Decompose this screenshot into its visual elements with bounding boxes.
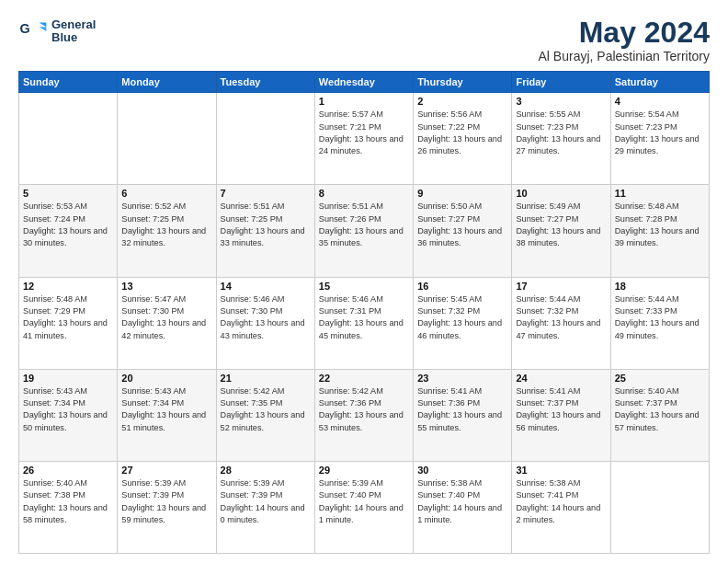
day-number: 23: [417, 373, 507, 384]
day-info: Sunrise: 5:45 AMSunset: 7:32 PMDaylight:…: [417, 293, 507, 342]
calendar-cell: 22 Sunrise: 5:42 AMSunset: 7:36 PMDaylig…: [314, 369, 413, 461]
calendar-week-3: 12 Sunrise: 5:48 AMSunset: 7:29 PMDaylig…: [19, 277, 710, 369]
calendar-cell: [610, 461, 709, 553]
day-info: Sunrise: 5:47 AMSunset: 7:30 PMDaylight:…: [121, 293, 211, 342]
day-header-monday: Monday: [118, 72, 216, 93]
day-info: Sunrise: 5:51 AMSunset: 7:25 PMDaylight:…: [221, 201, 311, 249]
day-number: 9: [417, 188, 507, 199]
day-number: 15: [319, 281, 409, 292]
calendar-cell: 13 Sunrise: 5:47 AMSunset: 7:30 PMDaylig…: [118, 277, 216, 369]
day-info: Sunrise: 5:42 AMSunset: 7:36 PMDaylight:…: [319, 385, 409, 434]
calendar-cell: [19, 93, 118, 185]
calendar-week-2: 5 Sunrise: 5:53 AMSunset: 7:24 PMDayligh…: [19, 185, 710, 277]
main-title: May 2024: [539, 17, 710, 49]
day-info: Sunrise: 5:41 AMSunset: 7:36 PMDaylight:…: [417, 385, 507, 434]
calendar-cell: 18 Sunrise: 5:44 AMSunset: 7:33 PMDaylig…: [610, 277, 709, 369]
calendar-cell: 20 Sunrise: 5:43 AMSunset: 7:34 PMDaylig…: [118, 369, 216, 461]
day-number: 6: [121, 188, 211, 199]
logo: G General Blue: [18, 17, 96, 46]
day-number: 7: [221, 188, 311, 199]
calendar-cell: 2 Sunrise: 5:56 AMSunset: 7:22 PMDayligh…: [414, 93, 512, 185]
day-number: 1: [319, 96, 409, 107]
day-number: 20: [121, 373, 211, 384]
day-info: Sunrise: 5:51 AMSunset: 7:26 PMDaylight:…: [319, 201, 409, 249]
calendar-cell: 17 Sunrise: 5:44 AMSunset: 7:32 PMDaylig…: [512, 277, 610, 369]
day-number: 11: [615, 188, 705, 199]
calendar-cell: 19 Sunrise: 5:43 AMSunset: 7:34 PMDaylig…: [19, 369, 118, 461]
day-info: Sunrise: 5:43 AMSunset: 7:34 PMDaylight:…: [121, 385, 211, 434]
calendar-cell: 9 Sunrise: 5:50 AMSunset: 7:27 PMDayligh…: [414, 185, 512, 277]
calendar-cell: 12 Sunrise: 5:48 AMSunset: 7:29 PMDaylig…: [19, 277, 118, 369]
day-info: Sunrise: 5:48 AMSunset: 7:29 PMDaylight:…: [23, 293, 113, 342]
day-header-friday: Friday: [512, 72, 610, 93]
day-number: 30: [417, 465, 507, 476]
day-number: 29: [319, 465, 409, 476]
day-number: 25: [615, 373, 705, 384]
logo-line2: Blue: [51, 31, 96, 44]
day-info: Sunrise: 5:38 AMSunset: 7:41 PMDaylight:…: [516, 477, 606, 526]
calendar-cell: 27 Sunrise: 5:39 AMSunset: 7:39 PMDaylig…: [118, 461, 216, 553]
calendar-cell: [216, 93, 314, 185]
calendar-body: 1 Sunrise: 5:57 AMSunset: 7:21 PMDayligh…: [19, 93, 710, 554]
day-number: 5: [23, 188, 113, 199]
day-info: Sunrise: 5:39 AMSunset: 7:39 PMDaylight:…: [221, 477, 311, 526]
day-info: Sunrise: 5:39 AMSunset: 7:39 PMDaylight:…: [121, 477, 211, 526]
calendar-week-4: 19 Sunrise: 5:43 AMSunset: 7:34 PMDaylig…: [19, 369, 710, 461]
logo-icon: G: [18, 17, 48, 46]
calendar-cell: 21 Sunrise: 5:42 AMSunset: 7:35 PMDaylig…: [216, 369, 314, 461]
day-number: 26: [23, 465, 113, 476]
svg-marker-2: [39, 27, 46, 31]
calendar-cell: 5 Sunrise: 5:53 AMSunset: 7:24 PMDayligh…: [19, 185, 118, 277]
calendar-cell: 26 Sunrise: 5:40 AMSunset: 7:38 PMDaylig…: [19, 461, 118, 553]
calendar-cell: 1 Sunrise: 5:57 AMSunset: 7:21 PMDayligh…: [314, 93, 413, 185]
day-info: Sunrise: 5:43 AMSunset: 7:34 PMDaylight:…: [23, 385, 113, 434]
calendar-cell: 30 Sunrise: 5:38 AMSunset: 7:40 PMDaylig…: [414, 461, 512, 553]
calendar-cell: 6 Sunrise: 5:52 AMSunset: 7:25 PMDayligh…: [118, 185, 216, 277]
calendar-cell: 29 Sunrise: 5:39 AMSunset: 7:40 PMDaylig…: [314, 461, 413, 553]
calendar-cell: 14 Sunrise: 5:46 AMSunset: 7:30 PMDaylig…: [216, 277, 314, 369]
day-info: Sunrise: 5:56 AMSunset: 7:22 PMDaylight:…: [417, 109, 507, 157]
day-number: 18: [615, 281, 705, 292]
calendar-week-1: 1 Sunrise: 5:57 AMSunset: 7:21 PMDayligh…: [19, 93, 710, 185]
day-info: Sunrise: 5:41 AMSunset: 7:37 PMDaylight:…: [516, 385, 606, 434]
day-number: 31: [516, 465, 606, 476]
day-number: 27: [121, 465, 211, 476]
calendar-cell: 8 Sunrise: 5:51 AMSunset: 7:26 PMDayligh…: [314, 185, 413, 277]
calendar-cell: 16 Sunrise: 5:45 AMSunset: 7:32 PMDaylig…: [414, 277, 512, 369]
calendar-cell: 31 Sunrise: 5:38 AMSunset: 7:41 PMDaylig…: [512, 461, 610, 553]
header: G General Blue May 2024 Al Burayj, Pales…: [18, 17, 710, 63]
day-number: 10: [516, 188, 606, 199]
day-info: Sunrise: 5:44 AMSunset: 7:33 PMDaylight:…: [615, 293, 705, 342]
day-number: 14: [221, 281, 311, 292]
day-info: Sunrise: 5:40 AMSunset: 7:37 PMDaylight:…: [615, 385, 705, 434]
day-info: Sunrise: 5:53 AMSunset: 7:24 PMDaylight:…: [23, 201, 113, 249]
svg-marker-1: [39, 22, 46, 27]
day-header-wednesday: Wednesday: [314, 72, 413, 93]
calendar-cell: 4 Sunrise: 5:54 AMSunset: 7:23 PMDayligh…: [610, 93, 709, 185]
calendar-header-row: SundayMondayTuesdayWednesdayThursdayFrid…: [19, 72, 710, 93]
calendar-cell: 28 Sunrise: 5:39 AMSunset: 7:39 PMDaylig…: [216, 461, 314, 553]
calendar-cell: [118, 93, 216, 185]
svg-text:G: G: [20, 21, 30, 36]
day-info: Sunrise: 5:54 AMSunset: 7:23 PMDaylight:…: [615, 109, 705, 157]
calendar-cell: 23 Sunrise: 5:41 AMSunset: 7:36 PMDaylig…: [414, 369, 512, 461]
day-number: 8: [319, 188, 409, 199]
subtitle: Al Burayj, Palestinian Territory: [539, 49, 710, 63]
day-info: Sunrise: 5:49 AMSunset: 7:27 PMDaylight:…: [516, 201, 606, 249]
title-block: May 2024 Al Burayj, Palestinian Territor…: [539, 17, 710, 63]
day-header-tuesday: Tuesday: [216, 72, 314, 93]
day-info: Sunrise: 5:38 AMSunset: 7:40 PMDaylight:…: [417, 477, 507, 526]
day-number: 4: [615, 96, 705, 107]
calendar-cell: 7 Sunrise: 5:51 AMSunset: 7:25 PMDayligh…: [216, 185, 314, 277]
day-number: 21: [221, 373, 311, 384]
calendar-week-5: 26 Sunrise: 5:40 AMSunset: 7:38 PMDaylig…: [19, 461, 710, 553]
day-info: Sunrise: 5:48 AMSunset: 7:28 PMDaylight:…: [615, 201, 705, 249]
calendar-cell: 24 Sunrise: 5:41 AMSunset: 7:37 PMDaylig…: [512, 369, 610, 461]
calendar-cell: 11 Sunrise: 5:48 AMSunset: 7:28 PMDaylig…: [610, 185, 709, 277]
day-info: Sunrise: 5:52 AMSunset: 7:25 PMDaylight:…: [121, 201, 211, 249]
day-info: Sunrise: 5:57 AMSunset: 7:21 PMDaylight:…: [319, 109, 409, 157]
day-number: 12: [23, 281, 113, 292]
logo-text: General Blue: [51, 18, 96, 45]
calendar-table: SundayMondayTuesdayWednesdayThursdayFrid…: [18, 71, 710, 554]
page: G General Blue May 2024 Al Burayj, Pales…: [0, 0, 728, 563]
